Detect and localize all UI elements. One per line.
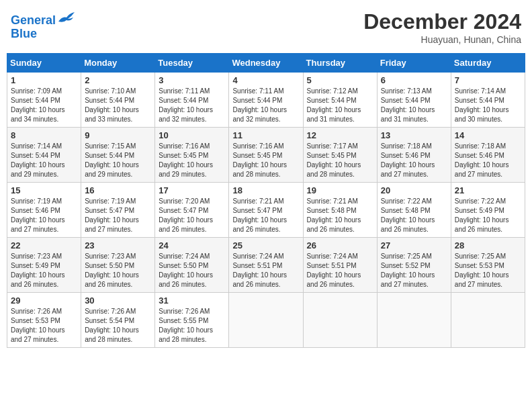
calendar-cell: 5Sunrise: 7:12 AM Sunset: 5:44 PM Daylig… [303,73,377,128]
day-info: Sunrise: 7:19 AM Sunset: 5:46 PM Dayligh… [11,197,77,234]
day-info: Sunrise: 7:24 AM Sunset: 5:50 PM Dayligh… [159,252,225,289]
calendar-week-3: 15Sunrise: 7:19 AM Sunset: 5:46 PM Dayli… [7,183,525,238]
calendar-cell: 24Sunrise: 7:24 AM Sunset: 5:50 PM Dayli… [155,238,229,293]
day-number: 31 [159,295,225,306]
day-number: 12 [307,130,373,140]
day-number: 3 [159,75,225,85]
calendar-cell: 27Sunrise: 7:25 AM Sunset: 5:52 PM Dayli… [377,238,451,293]
day-info: Sunrise: 7:16 AM Sunset: 5:45 PM Dayligh… [232,142,299,179]
calendar-cell [229,293,303,348]
day-info: Sunrise: 7:11 AM Sunset: 5:44 PM Dayligh… [159,87,225,124]
calendar-cell: 14Sunrise: 7:18 AM Sunset: 5:46 PM Dayli… [451,128,525,183]
logo-blue: Blue [11,27,37,40]
day-number: 29 [11,295,77,306]
calendar-cell: 26Sunrise: 7:24 AM Sunset: 5:51 PM Dayli… [303,238,377,293]
day-number: 14 [455,130,521,140]
calendar-cell: 20Sunrise: 7:22 AM Sunset: 5:48 PM Dayli… [377,183,451,238]
day-number: 30 [85,295,151,306]
day-info: Sunrise: 7:14 AM Sunset: 5:44 PM Dayligh… [11,142,77,179]
day-info: Sunrise: 7:22 AM Sunset: 5:49 PM Dayligh… [455,197,521,234]
calendar-table: SundayMondayTuesdayWednesdayThursdayFrid… [7,53,525,348]
day-number: 18 [232,185,299,195]
day-info: Sunrise: 7:26 AM Sunset: 5:53 PM Dayligh… [11,307,77,345]
calendar-week-4: 22Sunrise: 7:23 AM Sunset: 5:49 PM Dayli… [7,238,525,293]
day-info: Sunrise: 7:18 AM Sunset: 5:46 PM Dayligh… [455,142,521,179]
calendar-cell [303,293,377,348]
calendar-cell: 29Sunrise: 7:26 AM Sunset: 5:53 PM Dayli… [7,293,81,348]
day-info: Sunrise: 7:11 AM Sunset: 5:44 PM Dayligh… [232,87,299,124]
day-number: 24 [159,240,225,250]
day-number: 17 [159,185,225,195]
day-info: Sunrise: 7:18 AM Sunset: 5:46 PM Dayligh… [381,142,447,179]
logo-bird-icon [57,9,76,24]
location: Huayuan, Hunan, China [363,34,521,45]
day-info: Sunrise: 7:12 AM Sunset: 5:44 PM Dayligh… [307,87,373,124]
weekday-sunday: Sunday [7,54,81,73]
day-info: Sunrise: 7:21 AM Sunset: 5:48 PM Dayligh… [307,197,373,234]
day-info: Sunrise: 7:20 AM Sunset: 5:47 PM Dayligh… [159,197,225,234]
day-number: 25 [232,240,299,250]
title-block: December 2024 Huayuan, Hunan, China [363,9,521,45]
day-info: Sunrise: 7:25 AM Sunset: 5:52 PM Dayligh… [381,252,447,289]
day-number: 13 [381,130,447,140]
calendar-cell: 8Sunrise: 7:14 AM Sunset: 5:44 PM Daylig… [7,128,81,183]
weekday-header-row: SundayMondayTuesdayWednesdayThursdayFrid… [7,54,525,73]
calendar-cell: 16Sunrise: 7:19 AM Sunset: 5:47 PM Dayli… [81,183,155,238]
calendar-cell: 22Sunrise: 7:23 AM Sunset: 5:49 PM Dayli… [7,238,81,293]
calendar-cell: 17Sunrise: 7:20 AM Sunset: 5:47 PM Dayli… [155,183,229,238]
calendar-cell [377,293,451,348]
calendar-header: SundayMondayTuesdayWednesdayThursdayFrid… [7,54,525,73]
day-number: 22 [11,240,77,250]
month-title: December 2024 [363,9,521,34]
weekday-saturday: Saturday [451,54,525,73]
day-number: 20 [381,185,447,195]
day-info: Sunrise: 7:26 AM Sunset: 5:54 PM Dayligh… [85,307,151,345]
day-info: Sunrise: 7:19 AM Sunset: 5:47 PM Dayligh… [85,197,151,234]
day-number: 11 [232,130,299,140]
day-number: 10 [159,130,225,140]
calendar-cell: 4Sunrise: 7:11 AM Sunset: 5:44 PM Daylig… [229,73,303,128]
calendar-cell: 28Sunrise: 7:25 AM Sunset: 5:53 PM Dayli… [451,238,525,293]
day-info: Sunrise: 7:14 AM Sunset: 5:44 PM Dayligh… [455,87,521,124]
day-number: 19 [307,185,373,195]
weekday-thursday: Thursday [303,54,377,73]
day-info: Sunrise: 7:15 AM Sunset: 5:44 PM Dayligh… [85,142,151,179]
weekday-monday: Monday [81,54,155,73]
calendar-cell: 13Sunrise: 7:18 AM Sunset: 5:46 PM Dayli… [377,128,451,183]
day-number: 6 [381,75,447,85]
day-number: 2 [85,75,151,85]
day-number: 16 [85,185,151,195]
day-info: Sunrise: 7:17 AM Sunset: 5:45 PM Dayligh… [307,142,373,179]
weekday-friday: Friday [377,54,451,73]
day-number: 23 [85,240,151,250]
calendar-cell: 12Sunrise: 7:17 AM Sunset: 5:45 PM Dayli… [303,128,377,183]
day-number: 28 [455,240,521,250]
day-number: 15 [11,185,77,195]
day-info: Sunrise: 7:25 AM Sunset: 5:53 PM Dayligh… [455,252,521,289]
calendar-cell: 31Sunrise: 7:26 AM Sunset: 5:55 PM Dayli… [155,293,229,348]
calendar-body: 1Sunrise: 7:09 AM Sunset: 5:44 PM Daylig… [7,73,525,348]
day-number: 8 [11,130,77,140]
day-info: Sunrise: 7:13 AM Sunset: 5:44 PM Dayligh… [381,87,447,124]
weekday-wednesday: Wednesday [229,54,303,73]
day-info: Sunrise: 7:24 AM Sunset: 5:51 PM Dayligh… [307,252,373,289]
calendar-cell [451,293,525,348]
page-header: General Blue December 2024 Huayuan, Huna… [7,7,525,48]
calendar-cell: 1Sunrise: 7:09 AM Sunset: 5:44 PM Daylig… [7,73,81,128]
calendar-cell: 19Sunrise: 7:21 AM Sunset: 5:48 PM Dayli… [303,183,377,238]
day-number: 9 [85,130,151,140]
calendar-cell: 23Sunrise: 7:23 AM Sunset: 5:50 PM Dayli… [81,238,155,293]
day-info: Sunrise: 7:10 AM Sunset: 5:44 PM Dayligh… [85,87,151,124]
day-info: Sunrise: 7:09 AM Sunset: 5:44 PM Dayligh… [11,87,77,124]
day-info: Sunrise: 7:16 AM Sunset: 5:45 PM Dayligh… [159,142,225,179]
calendar-cell: 2Sunrise: 7:10 AM Sunset: 5:44 PM Daylig… [81,73,155,128]
day-info: Sunrise: 7:23 AM Sunset: 5:50 PM Dayligh… [85,252,151,289]
calendar-cell: 25Sunrise: 7:24 AM Sunset: 5:51 PM Dayli… [229,238,303,293]
calendar-cell: 10Sunrise: 7:16 AM Sunset: 5:45 PM Dayli… [155,128,229,183]
day-info: Sunrise: 7:22 AM Sunset: 5:48 PM Dayligh… [381,197,447,234]
day-number: 5 [307,75,373,85]
calendar-cell: 6Sunrise: 7:13 AM Sunset: 5:44 PM Daylig… [377,73,451,128]
day-number: 7 [455,75,521,85]
logo-text: General Blue [11,9,76,41]
day-info: Sunrise: 7:26 AM Sunset: 5:55 PM Dayligh… [159,307,225,345]
